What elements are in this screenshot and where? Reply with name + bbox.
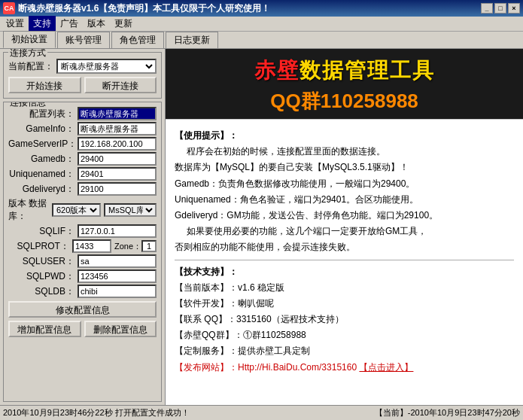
sqldb-row: SQLDB： chibi bbox=[8, 285, 157, 298]
zone-input[interactable] bbox=[141, 240, 157, 252]
sqlpwd-value: 123456 bbox=[78, 269, 157, 283]
banner-qq-label: QQ群 bbox=[270, 90, 320, 112]
version-select[interactable]: 620版本 bbox=[52, 203, 101, 217]
menu-bar: 设置 支持 广告 版本 更新 bbox=[0, 17, 523, 32]
tab-account-manage[interactable]: 账号管理 bbox=[57, 32, 110, 48]
gameinfo-label: GameInfo： bbox=[8, 123, 74, 135]
zone-label: Zone： bbox=[114, 241, 141, 252]
content-line-9: Gdeliveryd：GM功能，发送公告、封停角色功能。端口为29100。 bbox=[175, 208, 514, 223]
minimize-button[interactable]: _ bbox=[481, 3, 493, 14]
gameserverip-value: 192.168.200.100 bbox=[78, 137, 157, 151]
content-line-5: Gamedb：负责角色数据修改功能使用，一般端口为29400。 bbox=[175, 177, 514, 191]
sqluser-label: SQLUSER： bbox=[8, 255, 74, 268]
db-select[interactable]: MsSQL库 bbox=[104, 203, 157, 217]
gameinfo-value: 断魂赤壁服务器 bbox=[78, 122, 157, 135]
banner-qq-number: 110258988 bbox=[321, 90, 418, 112]
sqlpwd-label: SQLPWD： bbox=[8, 270, 74, 283]
window-controls[interactable]: _ □ × bbox=[481, 3, 520, 14]
support-qq: 【联系 QQ】：3315160（远程技术支持） bbox=[175, 312, 514, 327]
support-qqgroup: 【赤壁QQ群】：①群110258988 bbox=[175, 328, 514, 342]
tab-bar: 初始设置 账号管理 角色管理 日志更新 bbox=[0, 32, 523, 48]
support-title: 【技术支持】： bbox=[175, 265, 514, 279]
menu-support[interactable]: 支持 bbox=[29, 16, 56, 32]
sqldb-value: chibi bbox=[78, 285, 157, 298]
gamedb-value: 29400 bbox=[78, 152, 157, 166]
banner-title-gold: 数据管理工具 bbox=[300, 59, 435, 82]
divider bbox=[175, 260, 514, 260]
uniquenamed-row: Uniquenamed： 29401 bbox=[8, 167, 157, 181]
website-label: 【发布网站】：Http://Hi.BaiDu.Com/3315160 bbox=[175, 362, 359, 373]
left-panel: 连接方式 当前配置： 断魂赤壁服务器 开始连接 断开连接 连接信息 配置列表： … bbox=[0, 49, 166, 405]
sqlprot-input[interactable] bbox=[72, 239, 111, 253]
modify-config-button[interactable]: 修改配置信息 bbox=[8, 301, 157, 318]
uniquenamed-label: Uniquenamed： bbox=[8, 168, 74, 181]
disconnect-button[interactable]: 断开连接 bbox=[84, 77, 157, 93]
banner-title-red: 赤壁 bbox=[254, 59, 300, 82]
sqldb-label: SQLDB： bbox=[8, 285, 74, 298]
gdeliveryd-label: Gdeliveryd： bbox=[8, 183, 74, 196]
status-bar: 2010年10月9日23时46分22秒 打开配置文件成功！ 【当前】-2010年… bbox=[0, 405, 523, 420]
version-label: 版本 数据库： bbox=[8, 197, 49, 223]
config-select[interactable]: 断魂赤壁服务器 bbox=[56, 59, 157, 74]
start-connect-button[interactable]: 开始连接 bbox=[8, 77, 81, 93]
version-row: 版本 数据库： 620版本 MsSQL库 bbox=[8, 197, 157, 223]
support-website: 【发布网站】：Http://Hi.BaiDu.Com/3315160 【点击进入… bbox=[175, 361, 514, 375]
sqlif-row: SQLIF： 127.0.0.1 bbox=[8, 224, 157, 238]
content-area: 【使用提示】： 程序会在初始的时候，连接配置里面的数据连接。 数据库为【MySQ… bbox=[166, 119, 523, 405]
info-group-title: 连接信息 bbox=[8, 102, 47, 109]
gameserverip-row: GameServerIP： 192.168.200.100 bbox=[8, 137, 157, 151]
uniquenamed-value: 29401 bbox=[78, 167, 157, 181]
gamedb-row: Gamedb： 29400 bbox=[8, 152, 157, 166]
title-bar: CA 断魂赤壁服务器v1.6【免责声明】本工具仅限于个人研究使用！ _ □ × bbox=[0, 0, 523, 17]
banner: 赤壁数据管理工具 QQ群110258988 bbox=[166, 49, 523, 119]
sqluser-row: SQLUSER： sa bbox=[8, 254, 157, 268]
content-line-3: 数据库为【MySQL】的要自己安装【MySQL3.5.1驱动】！ bbox=[175, 160, 514, 175]
tab-log-update[interactable]: 日志更新 bbox=[166, 32, 218, 48]
gdeliveryd-value: 29100 bbox=[78, 182, 157, 196]
sqlif-value: 127.0.0.1 bbox=[78, 224, 157, 238]
action-buttons: 修改配置信息 增加配置信息 删除配置信息 bbox=[8, 301, 157, 337]
content-line-1: 程序会在初始的时候，连接配置里面的数据连接。 bbox=[187, 145, 514, 159]
main-content: 连接方式 当前配置： 断魂赤壁服务器 开始连接 断开连接 连接信息 配置列表： … bbox=[0, 48, 523, 405]
app-icon: CA bbox=[3, 2, 15, 14]
sqlpwd-row: SQLPWD： 123456 bbox=[8, 269, 157, 283]
gameserverip-label: GameServerIP： bbox=[8, 138, 74, 151]
content-line-7: Uniquenamed：角色名验证，端口为29401。合区功能使用。 bbox=[175, 193, 514, 207]
support-version: 【当前版本】：v1.6 稳定版 bbox=[175, 281, 514, 295]
info-group: 连接信息 配置列表： 断魂赤壁服务器 GameInfo： 断魂赤壁服务器 Gam… bbox=[3, 102, 162, 402]
config-list-value: 断魂赤壁服务器 bbox=[78, 107, 157, 120]
menu-update[interactable]: 更新 bbox=[110, 16, 137, 32]
sqlprot-label: SQLPROT： bbox=[8, 240, 69, 253]
add-config-button[interactable]: 增加配置信息 bbox=[8, 321, 81, 337]
connect-buttons: 开始连接 断开连接 bbox=[8, 77, 157, 93]
gameinfo-row: GameInfo： 断魂赤壁服务器 bbox=[8, 122, 157, 135]
right-panel: 赤壁数据管理工具 QQ群110258988 【使用提示】： 程序会在初始的时候，… bbox=[166, 49, 523, 405]
current-config-row: 当前配置： 断魂赤壁服务器 bbox=[8, 59, 157, 74]
gamedb-label: Gamedb： bbox=[8, 153, 74, 166]
window-title: 断魂赤壁服务器v1.6【免责声明】本工具仅限于个人研究使用！ bbox=[18, 2, 481, 15]
banner-title: 赤壁数据管理工具 bbox=[178, 56, 511, 85]
maximize-button[interactable]: □ bbox=[494, 3, 506, 14]
connect-group-title: 连接方式 bbox=[8, 49, 47, 59]
menu-settings[interactable]: 设置 bbox=[2, 16, 29, 32]
content-line-12: 否则相应的功能不能使用，会提示连接失败。 bbox=[175, 240, 514, 254]
connect-group: 连接方式 当前配置： 断魂赤壁服务器 开始连接 断开连接 bbox=[3, 52, 162, 99]
add-delete-buttons: 增加配置信息 删除配置信息 bbox=[8, 321, 157, 337]
sqluser-value: sa bbox=[78, 254, 157, 268]
usage-tips-title: 【使用提示】： bbox=[175, 129, 514, 143]
banner-qq: QQ群110258988 bbox=[178, 88, 511, 114]
current-config-label: 当前配置： bbox=[8, 60, 53, 73]
delete-config-button[interactable]: 删除配置信息 bbox=[84, 321, 157, 337]
close-button[interactable]: × bbox=[508, 3, 520, 14]
tab-role-manage[interactable]: 角色管理 bbox=[111, 32, 164, 48]
gdeliveryd-row: Gdeliveryd： 29100 bbox=[8, 182, 157, 196]
content-line-11: 如果要使用必要的功能，这几个端口一定要开放给GM工具， bbox=[187, 224, 514, 239]
status-right: 【当前】-2010年10月9日23时47分20秒 bbox=[375, 407, 520, 418]
support-dev: 【软件开发】：喇叭倔呢 bbox=[175, 297, 514, 311]
website-link[interactable]: 【点击进入】 bbox=[359, 362, 413, 373]
menu-ads[interactable]: 广告 bbox=[56, 16, 83, 32]
support-custom: 【定制服务】：提供赤壁工具定制 bbox=[175, 344, 514, 358]
tab-initial-setup[interactable]: 初始设置 bbox=[3, 31, 56, 48]
menu-version[interactable]: 版本 bbox=[83, 16, 110, 32]
status-left: 2010年10月9日23时46分22秒 打开配置文件成功！ bbox=[3, 407, 375, 418]
